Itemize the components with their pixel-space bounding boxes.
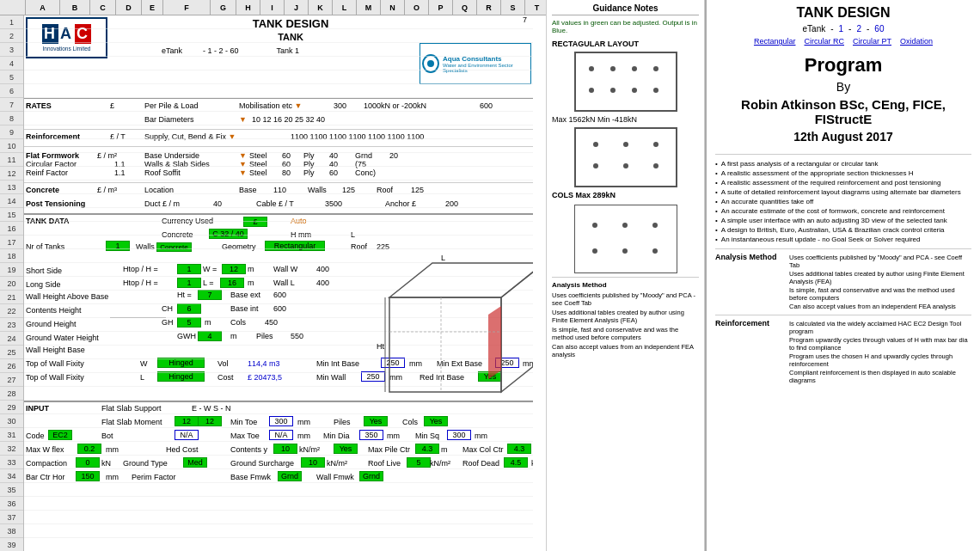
per-pile-load: Per Pile & Load — [144, 101, 199, 110]
guidance-divider — [552, 277, 699, 278]
guidance-panel: Guidance Notes All values in green can b… — [546, 0, 705, 551]
flat-slab-mom: Flat Slab Moment — [101, 418, 162, 426]
max-col-ctr: Max Col Ctr — [462, 445, 504, 454]
tank-data-divider — [24, 213, 533, 215]
perim-factor: Perim Factor — [132, 473, 176, 481]
min-sq-box: 300 — [447, 430, 471, 440]
info-date: 12th August 2017 — [715, 130, 971, 144]
ply1: Ply — [303, 151, 315, 160]
grnd-label: Grnd — [355, 151, 372, 160]
min-dia-box: 350 — [359, 430, 383, 440]
dash2: - — [848, 24, 851, 34]
ht-label: Ht = — [177, 291, 192, 299]
reinf-bullet1: Is calculated via the widely acclaimed H… — [789, 320, 971, 335]
nav-oxidation[interactable]: Oxidation — [900, 37, 933, 46]
piles-r: Piles — [334, 418, 351, 426]
s1-val: 60 — [282, 151, 291, 160]
gh-val-box: 5 — [177, 317, 201, 328]
info-bullet-9: •An instantaneous result update - no Goa… — [715, 236, 971, 243]
info-nav: Rectangular Circular RC Circular PT Oxid… — [715, 37, 971, 46]
contents-height: Contents Height — [26, 306, 82, 315]
kn-m2-gs: kN/m² — [327, 459, 347, 468]
am-bullet1: Uses coefficients published by "Moody" a… — [789, 254, 971, 269]
code-label: Code — [26, 432, 45, 440]
rates-label: RATES — [26, 101, 52, 110]
htop-h1: Htop / H = — [123, 265, 158, 273]
info-bullet-4: •A suite of detailed reinforcement layou… — [715, 188, 971, 196]
conc-currency: £ / m³ — [97, 186, 117, 194]
cost-label: Cost — [217, 373, 234, 382]
etank-label-info: eTank — [803, 24, 826, 34]
wall-l-val: 400 — [316, 279, 329, 287]
dash3: - — [867, 24, 869, 34]
info-divider3 — [715, 315, 971, 315]
hed-cost: Hed Cost — [166, 445, 199, 454]
bot-val-box: N/A — [175, 430, 199, 440]
col-d: D — [116, 0, 142, 15]
gs-val-box: 10 — [301, 457, 325, 468]
reinf-bullet3: Program uses the chosen H and upwardly c… — [789, 352, 971, 368]
info-by: By — [715, 80, 971, 94]
wall-w-label: Wall W — [273, 265, 297, 273]
reinf-bullet2: Program upwardly cycles through values o… — [789, 336, 971, 352]
bu-tri: ▼ — [239, 151, 247, 160]
info-bullet-8: •A design to British, Euro, Australian, … — [715, 226, 971, 234]
ff-label: Flat Formwork — [26, 151, 79, 160]
base-lbl: Base — [239, 186, 257, 194]
kn-m2-rd: kN/m² — [531, 459, 533, 468]
mm-flex: mm — [106, 445, 119, 454]
base-val: 110 — [273, 186, 286, 194]
ht-val-box: 7 — [198, 290, 222, 300]
info-bullet-7: •A simple user interface with an auto ad… — [715, 217, 971, 224]
method-bullet4: Can also accept values from an independe… — [552, 343, 699, 358]
aqua-logo: Aqua Consultants Water and Environment S… — [420, 43, 531, 84]
info-program: Program — [715, 54, 971, 77]
reinf-vals: 1100 1100 1100 1100 1100 1100 1100 — [291, 132, 424, 141]
rect-diagram — [574, 52, 677, 112]
anchor-val: 200 — [445, 199, 458, 208]
top-val1-box: 12 — [175, 416, 199, 426]
aqua-circle — [422, 54, 439, 73]
row-numbers: 1 2 3 4 5 6 7 8 9 10 11 12 13 14 15 16 1… — [0, 15, 24, 551]
mm-dia: mm — [387, 432, 400, 440]
walls-conc: Walls Concrete — [136, 242, 192, 252]
col-g: G — [211, 0, 236, 15]
m-label4: m — [230, 332, 237, 340]
col-k: K — [309, 0, 333, 15]
auto-label: Auto — [291, 217, 307, 225]
max-flex-label: Max W flex — [26, 445, 64, 454]
currency-sym-box: £ — [243, 217, 267, 227]
l-val2-label: L = — [203, 279, 213, 287]
nav-circular-pt[interactable]: Circular PT — [853, 37, 891, 46]
ground-surcharge: Ground Surcharge — [230, 459, 294, 468]
base-int-val: 600 — [273, 304, 286, 313]
hac-subtitle: Innovations Limited — [42, 46, 90, 52]
tank-design-title: TANK DESIGN TANK — [222, 17, 359, 42]
svg-rect-0 — [389, 297, 501, 392]
kn-m2-rl: kN/m² — [430, 459, 450, 468]
ch-label: CH — [162, 304, 173, 313]
steel2: Steel — [249, 160, 267, 168]
cols-label: Cols — [230, 318, 246, 327]
info-etank: eTank - 1 - 2 - 60 — [715, 24, 971, 34]
ff-divider — [24, 146, 533, 147]
max-min: Max 1562kN Min -418kN — [552, 115, 699, 124]
ls-h-box: 1 — [177, 278, 201, 288]
post-tension: Post Tensioning — [26, 199, 85, 208]
svg-marker-1 — [389, 263, 533, 297]
tank-num-right: 7 — [523, 15, 527, 24]
cols-max: COLS Max 289kN — [552, 191, 699, 199]
input-label: INPUT — [26, 404, 49, 413]
col-b: B — [60, 0, 90, 15]
rect-title: RECTAGULAR LAYOUT — [552, 40, 699, 48]
nav-circular-rc[interactable]: Circular RC — [804, 37, 844, 46]
nav-rectangular[interactable]: Rectangular — [754, 37, 796, 46]
am-bullet2: Uses additional tables created by author… — [789, 270, 971, 285]
walls-slab: Walls & Slab Sides — [144, 160, 210, 168]
max-col-ctr-box: 4.3 — [507, 444, 531, 454]
ground-height: Ground Height — [26, 320, 77, 328]
l-fix: L — [140, 373, 144, 382]
col-e: E — [142, 0, 163, 15]
s3-val: 80 — [282, 168, 291, 177]
m-label3: m — [205, 318, 211, 327]
